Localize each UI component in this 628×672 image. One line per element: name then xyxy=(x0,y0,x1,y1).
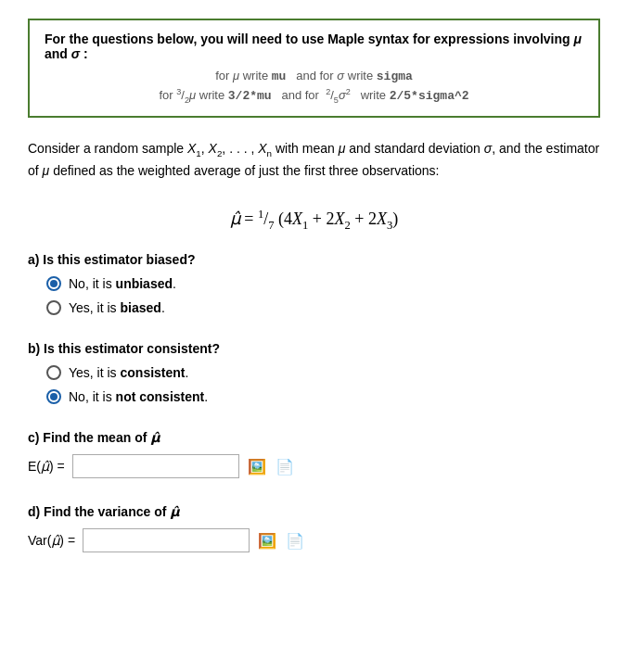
part-c-answer-row: E(μ̂) = 🖼️ 📄 xyxy=(28,454,600,478)
part-c-block: c) Find the mean of μ̂ E(μ̂) = 🖼️ 📄 xyxy=(28,430,600,478)
part-c-formula-icon[interactable]: 🖼️ xyxy=(247,456,267,476)
part-a-option-biased[interactable]: Yes, it is biased. xyxy=(46,300,600,315)
part-c-copy-icon[interactable]: 📄 xyxy=(275,456,295,476)
part-b-option-not-consistent[interactable]: No, it is not consistent. xyxy=(46,389,600,404)
part-d-label: d) Find the variance of μ̂ xyxy=(28,504,600,519)
part-d-formula-icon[interactable]: 🖼️ xyxy=(257,530,277,551)
mu-symbol: μ xyxy=(573,32,581,46)
part-b-option-consistent[interactable]: Yes, it is consistent. xyxy=(46,365,600,380)
option-b-consistent-text: Yes, it is consistent. xyxy=(69,365,188,380)
part-d-eq-label: Var(μ̂) = xyxy=(28,533,75,548)
info-intro: For the questions below, you will need t… xyxy=(45,32,583,61)
hint-line-2: for 3/2μ write 3/2*mu and for 2/5σ2 writ… xyxy=(45,87,583,105)
part-c-eq-label: E(μ̂) = xyxy=(28,459,65,474)
intro-paragraph: Consider a random sample X1, X2, . . . ,… xyxy=(28,138,600,182)
option-a-biased-text: Yes, it is biased. xyxy=(69,300,165,315)
radio-a-biased[interactable] xyxy=(46,300,61,315)
option-b-not-consistent-text: No, it is not consistent. xyxy=(69,389,208,404)
and-label: and xyxy=(45,46,68,61)
hint-line-1: for μ write mu and for σ write sigma xyxy=(45,69,583,83)
info-box: For the questions below, you will need t… xyxy=(28,19,600,118)
option-a-unbiased-text: No, it is unbiased. xyxy=(69,276,176,291)
part-d-copy-icon[interactable]: 📄 xyxy=(285,530,305,551)
radio-a-unbiased[interactable] xyxy=(46,276,61,291)
part-b-options: Yes, it is consistent. No, it is not con… xyxy=(46,365,600,404)
sigma-symbol: σ xyxy=(71,46,80,61)
part-c-label: c) Find the mean of μ̂ xyxy=(28,430,600,445)
part-a-label: a) Is this estimator biased? xyxy=(28,252,600,267)
part-d-block: d) Find the variance of μ̂ Var(μ̂) = 🖼️ … xyxy=(28,504,600,552)
estimator-formula: μ̂ = 1/7 (4X1 + 2X2 + 2X3) xyxy=(28,208,600,233)
part-a-option-unbiased[interactable]: No, it is unbiased. xyxy=(46,276,600,291)
part-d-input[interactable] xyxy=(83,528,250,552)
radio-b-not-consistent[interactable] xyxy=(46,389,61,404)
part-a-block: a) Is this estimator biased? No, it is u… xyxy=(28,252,600,315)
part-d-answer-row: Var(μ̂) = 🖼️ 📄 xyxy=(28,528,600,552)
radio-b-consistent[interactable] xyxy=(46,365,61,380)
part-b-label: b) Is this estimator consistent? xyxy=(28,341,600,356)
part-a-options: No, it is unbiased. Yes, it is biased. xyxy=(46,276,600,315)
part-c-input[interactable] xyxy=(72,454,239,478)
part-b-block: b) Is this estimator consistent? Yes, it… xyxy=(28,341,600,404)
